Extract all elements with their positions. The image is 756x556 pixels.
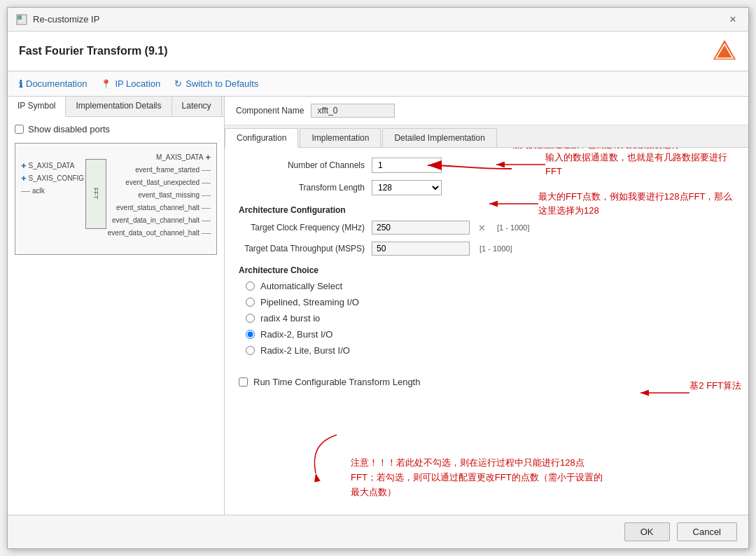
transform-length-label: Transform Length xyxy=(239,183,365,193)
dialog-icon xyxy=(16,14,27,25)
tab-latency[interactable]: Latency xyxy=(172,97,222,116)
ip-location-link[interactable]: 📍 IP Location xyxy=(101,78,160,89)
radio-pipelined-input[interactable] xyxy=(246,298,255,307)
radio-radix2lite[interactable]: Radix-2 Lite, Burst I/O xyxy=(246,345,734,356)
show-disabled-row: Show disabled ports xyxy=(15,124,217,134)
target-clock-range: [1 - 1000] xyxy=(497,223,529,232)
annotation-runtime-text: 注意！！！若此处不勾选，则在运行过程中只能进行128点FFT；若勾选，则可以通过… xyxy=(351,456,603,499)
footer: OK Cancel xyxy=(8,515,748,548)
radio-auto-input[interactable] xyxy=(246,282,255,291)
info-icon: ℹ xyxy=(19,78,22,90)
radio-radix2[interactable]: Radix-2, Burst I/O xyxy=(246,329,734,340)
config-tabs: Configuration Implementation Detailed Im… xyxy=(225,125,748,148)
cancel-button[interactable]: Cancel xyxy=(677,522,737,541)
config-body: Number of Channels 1 2 4 8 Transform Len… xyxy=(225,148,748,515)
config-tab-implementation[interactable]: Implementation xyxy=(300,128,381,147)
left-panel-body: Show disabled ports + S_AXIS_DATA + S_AX xyxy=(8,117,224,515)
right-panel-top: Component Name xfft_0 xyxy=(225,97,748,125)
annotation-radix2-text: 基2 FFT算法 xyxy=(690,379,741,393)
main-content: IP Symbol Implementation Details Latency… xyxy=(8,97,748,515)
radio-auto-label: Automatically Select xyxy=(260,281,342,291)
run-time-label: Run Time Configurable Transform Length xyxy=(253,377,420,387)
switch-defaults-label: Switch to Defaults xyxy=(186,78,258,89)
transform-length-select[interactable]: 8 16 32 64 128 256 512 1024 xyxy=(372,180,442,195)
switch-defaults-link[interactable]: ↻ Switch to Defaults xyxy=(174,78,258,89)
port-event-frame: event_frame_started — xyxy=(108,165,211,175)
ip-location-label: IP Location xyxy=(115,78,160,89)
radio-radix2lite-label: Radix-2 Lite, Burst I/O xyxy=(260,345,350,356)
radio-radix2-input[interactable] xyxy=(246,330,255,339)
tab-implementation-details[interactable]: Implementation Details xyxy=(66,97,172,116)
config-tab-detailed[interactable]: Detailed Implementation xyxy=(382,128,496,147)
show-disabled-checkbox[interactable] xyxy=(15,125,24,134)
port-event-tlast-miss: event_tlast_missing — xyxy=(108,190,211,200)
port-event-tlast-unexp: event_tlast_unexpected — xyxy=(108,177,211,188)
component-name-value: xfft_0 xyxy=(311,104,395,118)
radio-pipelined-label: Pipelined, Streaming I/O xyxy=(260,297,359,307)
tab-ip-symbol[interactable]: IP Symbol xyxy=(8,97,66,117)
left-tabs: IP Symbol Implementation Details Latency xyxy=(8,97,224,117)
header-title: Fast Fourier Transform (9.1) xyxy=(19,45,168,57)
num-channels-label: Number of Channels xyxy=(239,160,365,170)
target-clock-clear[interactable]: ✕ xyxy=(477,223,487,233)
header: Fast Fourier Transform (9.1) xyxy=(8,32,748,71)
dialog: Re-customize IP × Fast Fourier Transform… xyxy=(7,7,749,549)
config-tab-configuration[interactable]: Configuration xyxy=(225,128,298,148)
port-m-axis-data: M_AXIS_DATA + xyxy=(108,152,211,162)
port-event-data-out: event_data_out_channel_halt — xyxy=(108,228,211,238)
radio-radix4[interactable]: radix 4 burst io xyxy=(246,313,734,324)
radio-radix2lite-input[interactable] xyxy=(246,346,255,355)
target-data-input[interactable] xyxy=(372,242,470,256)
radio-radix4-input[interactable] xyxy=(246,314,255,323)
target-clock-label: Target Clock Frequency (MHz) xyxy=(239,223,365,232)
target-data-label: Target Data Throughput (MSPS) xyxy=(239,244,365,253)
port-aclk: — aclk xyxy=(21,186,84,196)
radio-radix4-label: radix 4 burst io xyxy=(260,313,320,324)
xilinx-logo xyxy=(712,39,737,64)
title-bar-left: Re-customize IP xyxy=(16,14,99,25)
port-s-axis-data: + S_AXIS_DATA xyxy=(21,160,84,171)
target-data-row: Target Data Throughput (MSPS) [1 - 1000] xyxy=(239,242,734,256)
annotation-length-text: 最大的FFT点数，例如我要进行128点FFT，那么这里选择为128 xyxy=(538,190,741,217)
arch-radio-group: Automatically Select Pipelined, Streamin… xyxy=(246,281,734,356)
run-time-checkbox[interactable] xyxy=(239,377,248,387)
radio-auto[interactable]: Automatically Select xyxy=(246,281,734,291)
port-event-status: event_status_channel_halt — xyxy=(108,202,211,213)
radio-pipelined[interactable]: Pipelined, Streaming I/O xyxy=(246,297,734,307)
radio-radix2-label: Radix-2, Burst I/O xyxy=(260,329,332,340)
target-clock-row: Target Clock Frequency (MHz) ✕ [1 - 1000… xyxy=(239,221,734,235)
annotation-channels-text: 输入的数据通道数，也就是有几路数据要进行FFT xyxy=(545,151,741,178)
port-event-data-in: event_data_in_channel_halt — xyxy=(108,215,211,225)
target-data-range: [1 - 1000] xyxy=(479,244,512,253)
documentation-label: Documentation xyxy=(26,78,87,89)
title-bar: Re-customize IP × xyxy=(8,8,748,32)
left-panel: IP Symbol Implementation Details Latency… xyxy=(8,97,225,515)
svg-rect-1 xyxy=(18,15,22,20)
ip-right-ports: M_AXIS_DATA + event_frame_started — even… xyxy=(108,149,211,238)
component-name-label: Component Name xyxy=(236,106,304,116)
location-icon: 📍 xyxy=(101,79,111,89)
target-clock-input[interactable] xyxy=(372,221,470,235)
arch-choice-title: Architecture Choice xyxy=(239,265,734,275)
num-channels-select[interactable]: 1 2 4 8 xyxy=(372,158,442,173)
port-s-axis-config: + S_AXIS_CONFIG xyxy=(21,173,84,183)
ip-left-ports: + S_AXIS_DATA + S_AXIS_CONFIG — aclk xyxy=(21,149,84,238)
dialog-title: Re-customize IP xyxy=(33,14,99,25)
close-button[interactable]: × xyxy=(726,13,740,27)
ok-button[interactable]: OK xyxy=(624,522,670,541)
refresh-icon: ↻ xyxy=(174,78,182,89)
show-disabled-label: Show disabled ports xyxy=(28,124,110,134)
right-panel: Component Name xfft_0 Configuration Impl… xyxy=(225,97,748,515)
documentation-link[interactable]: ℹ Documentation xyxy=(19,78,87,90)
ip-symbol-box: + S_AXIS_DATA + S_AXIS_CONFIG — aclk xyxy=(15,143,217,255)
toolbar: ℹ Documentation 📍 IP Location ↻ Switch t… xyxy=(8,71,748,97)
